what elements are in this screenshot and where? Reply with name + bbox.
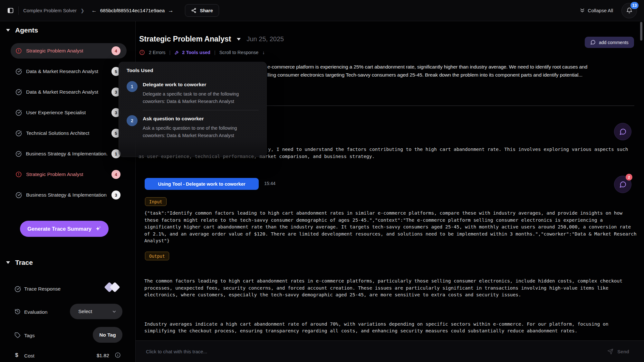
agents-header-label: Agents [15, 26, 38, 34]
agent-title: Strategic Problem Analyst [139, 35, 231, 43]
agent-label: Data & Market Research Analyst [26, 89, 98, 95]
agent-count-badge: 3 [111, 190, 120, 200]
sidebar-toggle-icon[interactable] [7, 7, 14, 14]
tool-description: Delegate a specific task to one of the f… [143, 90, 259, 105]
separator: | [214, 50, 216, 55]
send-label: Send [617, 349, 629, 354]
info-icon[interactable] [115, 352, 121, 358]
sidebar-item-user-experience-specialist[interactable]: User Experience Specialist 3 [11, 105, 127, 120]
input-json-text: {"task":"Identify common factors leading… [144, 210, 637, 245]
agent-label: Technical Solutions Architect [26, 130, 89, 136]
cost-row: $ Cost $1.82 [0, 351, 135, 360]
sidebar-item-strategic-problem-analyst[interactable]: Strategic Problem Analyst 4 [11, 43, 127, 59]
evaluation-select[interactable]: Select [70, 304, 122, 319]
add-comments-label: add comments [599, 40, 629, 45]
tooltip-header: Tools Used [127, 68, 259, 73]
share-button[interactable]: Share [185, 4, 219, 17]
double-chevron-down-icon [580, 8, 585, 13]
check-circle-icon [15, 130, 22, 136]
tooltip-divider [143, 110, 259, 110]
comment-count-badge: 2 [626, 174, 632, 181]
tool-title: Delegate work to coworker [143, 82, 259, 88]
separator: | [169, 50, 171, 55]
using-tool-button[interactable]: Using Tool - Delegate work to coworker [145, 178, 259, 190]
sidebar-item-technical-solutions-architect[interactable]: Technical Solutions Architect 5 [11, 125, 127, 141]
generate-trace-summary-label: Generate Trace Summary [27, 226, 91, 232]
add-comments-button[interactable]: add comments [585, 37, 634, 48]
output-paragraph: Industry averages indicate a high cart a… [144, 321, 637, 335]
tools-used-link[interactable]: 2 Tools used [174, 50, 210, 55]
tool-number-badge: 1 [127, 81, 138, 92]
tooltip-tool-item: 2 Ask question to coworker Ask a specifi… [127, 115, 259, 139]
tool-number-badge: 2 [127, 115, 138, 126]
comment-bubble-button[interactable] [614, 123, 631, 140]
topbar-divider [18, 6, 19, 15]
evaluation-label: Evaluation [24, 309, 47, 315]
agent-count-badge: 4 [111, 170, 120, 179]
agent-label: Strategic Problem Analyst [26, 48, 83, 54]
error-icon [15, 48, 22, 54]
scroll-to-response-link[interactable]: Scroll to Response [219, 50, 259, 55]
check-circle-icon [15, 109, 22, 116]
trace-response-label: Trace Response [24, 286, 61, 292]
generate-trace-summary-button[interactable]: Generate Trace Summary [20, 221, 109, 237]
forward-arrow-button[interactable]: → [168, 7, 173, 14]
send-button[interactable]: Send [607, 348, 629, 355]
sidebar-item-strategic-problem-analyst-2[interactable]: Strategic Problem Analyst 4 [11, 167, 127, 182]
tools-used-label: 2 Tools used [182, 50, 210, 55]
agents-section-header[interactable]: Agents [6, 26, 38, 34]
caret-down-icon[interactable] [236, 38, 241, 41]
top-bar: Complex Problem Solver ❯ ← 685bcbf885514… [0, 0, 644, 21]
comment-bubble-button[interactable]: 2 [614, 176, 631, 193]
caret-down-icon [6, 261, 10, 264]
sparkles-icon [95, 226, 101, 232]
sidebar-item-data-market-research-analyst-2[interactable]: Data & Market Research Analyst 3 [11, 84, 127, 100]
using-tool-label: Using Tool - Delegate work to coworker [158, 181, 245, 187]
trace-id: 685bcbf885514ec1471e9aea [100, 8, 165, 14]
output-paragraph: The common factors leading to high cart … [144, 278, 637, 299]
chat-bubble-icon [619, 128, 627, 135]
evaluation-row: Evaluation Select [0, 304, 135, 319]
wrench-icon [174, 50, 179, 55]
check-circle-icon [15, 89, 22, 95]
agent-list: Strategic Problem Analyst 4 Data & Marke… [0, 43, 135, 200]
chat-input[interactable] [145, 348, 607, 355]
tooltip-tool-item: 1 Delegate work to coworker Delegate a s… [127, 81, 259, 105]
tool-description: Ask a specific question to one of the fo… [143, 125, 259, 139]
back-arrow-button[interactable]: ← [91, 7, 97, 14]
errors-count: 2 Errors [149, 50, 166, 55]
trace-response-row: Trace Response [0, 283, 135, 295]
cost-label: Cost [24, 353, 34, 359]
dollar-icon: $ [15, 352, 18, 358]
check-circle-icon [15, 151, 22, 157]
evaluation-select-value: Select [78, 309, 92, 314]
agent-label: Business Strategy & Implementation... [26, 151, 107, 157]
breadcrumb[interactable]: Complex Problem Solver [23, 8, 77, 13]
sidebar-item-data-market-research-analyst[interactable]: Data & Market Research Analyst 5 [11, 64, 127, 79]
tag-icon [14, 332, 21, 338]
agent-label: User Experience Specialist [26, 110, 86, 116]
agent-count-badge: 4 [111, 46, 120, 55]
scrollbar-thumb[interactable] [640, 22, 642, 41]
tool-title: Ask question to coworker [143, 116, 259, 122]
notification-count-badge: 13 [630, 2, 639, 9]
trace-section-header[interactable]: Trace [6, 259, 33, 266]
sidebar-item-business-strategy-implementation[interactable]: Business Strategy & Implementation... 1 [11, 146, 127, 162]
thought-text-line1: y, I need to understand the factors cont… [268, 146, 628, 153]
intro-text-line1: e-commerce platform is experiencing a 25… [267, 64, 587, 70]
tools-used-tooltip: Tools Used 1 Delegate work to coworker D… [119, 62, 267, 157]
trace-response-diamonds[interactable] [106, 283, 119, 291]
error-icon [15, 171, 22, 178]
tags-label: Tags [24, 333, 35, 339]
output-tag: Output [145, 252, 169, 260]
tags-row: Tags No Tag [0, 327, 135, 343]
agent-label: Data & Market Research Analyst [26, 69, 98, 74]
history-icon [14, 309, 21, 315]
sidebar: Agents Strategic Problem Analyst 4 Data … [0, 21, 136, 362]
share-label: Share [200, 8, 213, 13]
sidebar-item-business-strategy-implementation-2[interactable]: Business Strategy & Implementation 3 [11, 187, 127, 200]
notifications-button[interactable]: 13 [621, 3, 637, 18]
share-icon [191, 8, 197, 13]
collapse-all-button[interactable]: Collapse All [580, 8, 613, 13]
no-tag-button[interactable]: No Tag [93, 327, 122, 343]
